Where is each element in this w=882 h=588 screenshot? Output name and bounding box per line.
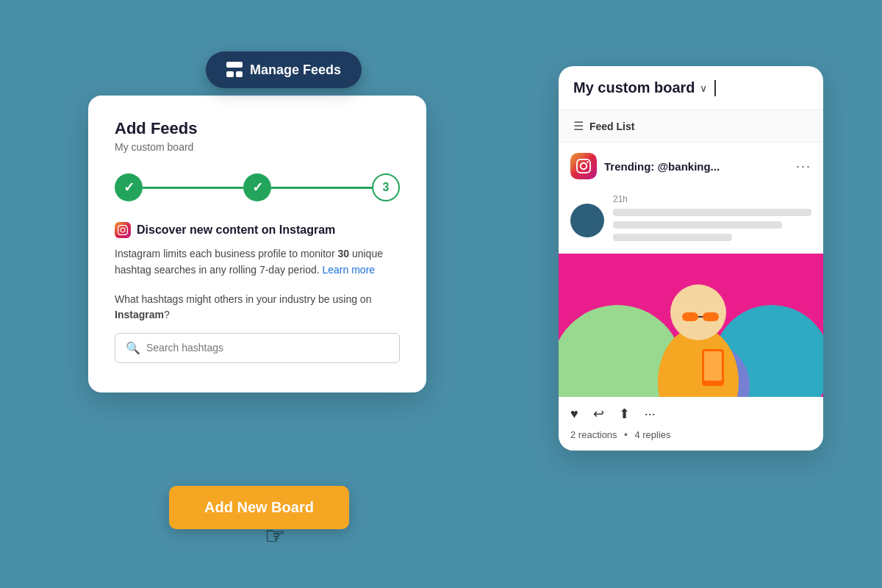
step-1: ✓ [115, 173, 143, 201]
reply-icon[interactable]: ↩ [593, 406, 604, 422]
search-box[interactable]: 🔍 [115, 333, 400, 363]
post-source-instagram-icon [570, 153, 597, 179]
svg-rect-7 [703, 312, 719, 321]
post-card: Trending: @banking... ··· 21h [559, 143, 823, 451]
step-3-number: 3 [383, 181, 390, 194]
step-line-2 [271, 187, 372, 189]
discover-header: Discover new content on Instagram [115, 222, 400, 238]
share-icon[interactable]: ⬆ [619, 406, 630, 422]
add-new-board-label: Add New Board [204, 499, 314, 515]
board-header: My custom board ∨ [559, 66, 823, 110]
discover-desc-prefix: Instagram limits each business profile t… [115, 248, 337, 259]
step-3: 3 [372, 173, 400, 201]
post-source-name: Trending: @banking... [604, 160, 789, 173]
step-line-1 [143, 187, 243, 189]
add-feeds-title: Add Feeds [115, 119, 400, 138]
post-image-bg [559, 254, 823, 397]
hashtag-q-bold: Instagram [115, 309, 164, 320]
svg-rect-6 [682, 312, 698, 321]
grid-icon [226, 62, 243, 78]
post-header: Trending: @banking... ··· [559, 143, 823, 190]
skeleton-line-3 [613, 234, 732, 241]
manage-feeds-button[interactable]: Manage Feeds [206, 51, 362, 88]
board-title: My custom board [573, 79, 695, 96]
dot-separator: • [624, 429, 628, 440]
hashtag-q-prefix: What hashtags might others in your indus… [115, 293, 371, 305]
svg-rect-10 [704, 351, 722, 381]
instagram-icon [115, 222, 131, 238]
step-2: ✓ [243, 173, 271, 201]
post-user-row: 21h [559, 190, 823, 254]
skeleton-line-1 [613, 209, 811, 216]
skeleton-line-2 [613, 221, 782, 229]
hashtag-q-suffix: ? [164, 309, 170, 320]
scene: Manage Feeds Add Feeds My custom board ✓… [0, 0, 882, 588]
add-feeds-panel: Add Feeds My custom board ✓ ✓ 3 Discover [88, 96, 426, 392]
cursor-blink [714, 80, 716, 96]
discover-desc-bold: 30 [337, 248, 349, 259]
post-reactions: 2 reactions • 4 replies [559, 425, 823, 451]
svg-point-5 [670, 284, 726, 340]
discover-title: Discover new content on Instagram [137, 223, 335, 237]
replies-count: 4 replies [634, 429, 670, 440]
chevron-down-icon[interactable]: ∨ [700, 82, 707, 94]
post-time: 21h [613, 194, 811, 204]
manage-feeds-label: Manage Feeds [250, 62, 341, 78]
post-more-icon[interactable]: ··· [796, 159, 811, 174]
step-1-check: ✓ [123, 179, 135, 196]
discover-desc: Instagram limits each business profile t… [115, 245, 400, 279]
search-input[interactable] [146, 342, 389, 354]
progress-steps: ✓ ✓ 3 [115, 173, 400, 201]
add-feeds-subtitle: My custom board [115, 141, 400, 153]
right-panel: My custom board ∨ ☰ Feed List Trending: … [559, 66, 823, 451]
feed-list-label: Feed List [589, 121, 634, 132]
post-meta: 21h [613, 194, 811, 246]
hashtag-question: What hashtags might others in your indus… [115, 292, 400, 323]
learn-more-link[interactable]: Learn more [323, 264, 376, 276]
feed-list-bar[interactable]: ☰ Feed List [559, 110, 823, 143]
reactions-count: 2 reactions [570, 429, 617, 440]
avatar [570, 204, 604, 237]
search-icon: 🔍 [126, 341, 140, 355]
more-actions-icon[interactable]: ··· [645, 406, 656, 422]
post-actions: ♥ ↩ ⬆ ··· [559, 397, 823, 425]
cursor-icon: ☞ [265, 522, 286, 550]
add-new-board-button[interactable]: Add New Board [169, 486, 349, 529]
heart-icon[interactable]: ♥ [570, 406, 578, 422]
list-icon: ☰ [573, 119, 584, 133]
step-2-check: ✓ [252, 179, 263, 196]
post-image [559, 254, 823, 397]
